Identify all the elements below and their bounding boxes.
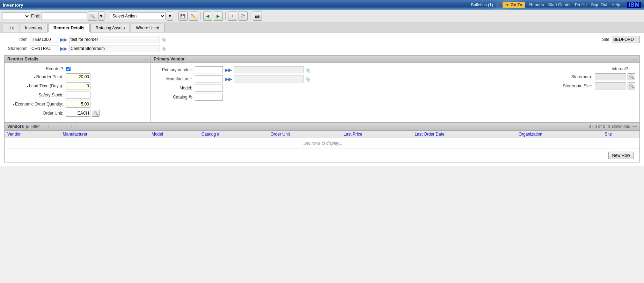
signout-link[interactable]: Sign Out xyxy=(591,2,607,7)
storeroom-arrow-btn[interactable]: ▶▶ xyxy=(59,46,68,51)
tab-rotating-assets-label: Rotating Assets xyxy=(96,26,125,30)
safety-stock-row: Safety Stock: xyxy=(9,92,146,99)
tab-reorder-details[interactable]: Reorder Details xyxy=(48,24,90,32)
help-link[interactable]: Help xyxy=(612,2,620,7)
item-arrow-btn[interactable]: ▶▶ xyxy=(59,37,68,42)
pv-vendor-arrow-btn[interactable]: ▶▶ xyxy=(224,67,233,73)
vendor-sep-2: | xyxy=(66,124,67,129)
toolbar: Find: 🔍 ▼ Select Action ▼ 💾 ✏️ ◀ ▶ ✦ ⟳ 📷 xyxy=(0,10,644,22)
forward-button[interactable]: ▶ xyxy=(214,12,223,21)
search-button[interactable]: 🔍 xyxy=(88,12,97,21)
pv-storeroom-site-input[interactable] xyxy=(595,82,626,89)
goto-link[interactable]: ▼ Go To xyxy=(503,2,525,8)
pv-manufacturer-clip-btn[interactable]: 📎 xyxy=(305,76,310,82)
col-last-price[interactable]: Last Price xyxy=(341,131,412,138)
primary-vendor-collapse-btn[interactable]: — xyxy=(632,57,637,61)
item-input[interactable] xyxy=(30,36,58,43)
tab-inventory[interactable]: Inventory xyxy=(20,24,47,32)
vendors-title: Vendors xyxy=(7,124,24,129)
storeroom-desc-input[interactable] xyxy=(69,45,160,52)
safety-stock-input[interactable] xyxy=(66,92,90,99)
tab-rotating-assets[interactable]: Rotating Assets xyxy=(90,24,130,32)
vendors-table: Vendor Manufacturer Model Catalog # Orde… xyxy=(5,131,639,149)
item-row: Item: ▶▶ 📎 Site: xyxy=(4,36,640,43)
pv-storeroom-site-search-btn[interactable]: 🔍 xyxy=(628,82,635,89)
pv-model-input[interactable] xyxy=(195,85,223,92)
pv-catalog-input[interactable] xyxy=(195,94,223,101)
ibm-logo: IBM xyxy=(627,2,641,8)
reorder-checkbox[interactable] xyxy=(66,67,71,71)
camera-button[interactable]: 📷 xyxy=(253,12,262,21)
pv-internal-checkbox[interactable] xyxy=(631,67,635,71)
forward-icon: ▶ xyxy=(217,14,220,19)
reorder-label: Reorder? xyxy=(9,66,65,71)
toolbar-separator-3 xyxy=(200,12,201,20)
tab-inventory-label: Inventory xyxy=(25,26,42,30)
tab-list[interactable]: List xyxy=(2,24,19,32)
profile-link[interactable]: Profile xyxy=(575,2,587,7)
col-manufacturer[interactable]: Manufacturer xyxy=(60,131,149,138)
filter-dropdown[interactable] xyxy=(2,12,30,20)
main-content: Item: ▶▶ 📎 Site: Storeroom: ▶▶ 📎 Reorder… xyxy=(0,32,644,166)
storeroom-input[interactable] xyxy=(30,45,58,52)
col-vendor[interactable]: Vendor xyxy=(5,131,60,138)
back-button[interactable]: ◀ xyxy=(203,12,212,21)
save-button[interactable]: 💾 xyxy=(178,12,188,21)
col-site[interactable]: Site xyxy=(602,131,639,138)
panels-row: Reorder Details — Reorder? Reorder Point… xyxy=(4,55,640,123)
camera-icon: 📷 xyxy=(255,14,260,19)
col-model[interactable]: Model xyxy=(149,131,199,138)
lead-time-row: Lead Time (Days): xyxy=(9,82,146,89)
vendors-collapse-btn[interactable]: — xyxy=(632,124,637,129)
item-desc-input[interactable] xyxy=(69,36,160,43)
pv-storeroom-search-btn[interactable]: 🔍 xyxy=(628,73,635,80)
search-icon-2: 🔍 xyxy=(93,111,98,116)
new-row-btn[interactable]: New Row xyxy=(608,152,634,159)
goto-triangle: ▼ xyxy=(505,2,510,7)
reports-link[interactable]: Reports xyxy=(529,2,544,7)
favorites-button[interactable]: ✦ xyxy=(228,12,237,21)
lead-time-label: Lead Time (Days): xyxy=(9,84,65,88)
select-action-dropdown[interactable]: Select Action xyxy=(110,12,166,20)
safety-stock-label: Safety Stock: xyxy=(9,93,65,97)
pv-vendor-input[interactable] xyxy=(195,66,223,73)
pv-manufacturer-row: Manufacturer: ▶▶ 📎 xyxy=(155,75,537,82)
pv-storeroom-input[interactable] xyxy=(595,73,626,80)
order-unit-input[interactable] xyxy=(66,110,90,117)
startcenter-link[interactable]: Start Center xyxy=(548,2,571,7)
dropdown-btn[interactable]: ▼ xyxy=(98,12,104,21)
col-organization[interactable]: Organization xyxy=(516,131,602,138)
star-icon: ✦ xyxy=(231,14,234,19)
pv-manufacturer-arrow-btn[interactable]: ▶▶ xyxy=(224,76,233,82)
edit-button[interactable]: ✏️ xyxy=(189,12,198,21)
bulletins-link[interactable]: Bulletins (1) xyxy=(471,2,493,7)
pv-manufacturer-desc-input[interactable] xyxy=(234,75,304,82)
find-input[interactable] xyxy=(42,12,87,20)
reorder-point-input[interactable] xyxy=(66,73,90,80)
storeroom-row: Storeroom: ▶▶ 📎 xyxy=(4,45,640,52)
vendor-icons-2: ⋮⋮ xyxy=(69,124,77,129)
pv-manufacturer-input[interactable] xyxy=(195,75,223,82)
site-input[interactable] xyxy=(612,36,640,43)
storeroom-clip-btn[interactable]: 📎 xyxy=(161,46,167,51)
select-action-arrow[interactable]: ▼ xyxy=(167,12,173,21)
vendors-filter-btn[interactable]: ▶ Filter xyxy=(26,124,40,129)
order-unit-search-btn[interactable]: 🔍 xyxy=(92,110,100,117)
pv-vendor-clip-btn[interactable]: 📎 xyxy=(305,67,310,73)
col-last-order-date[interactable]: Last Order Date xyxy=(412,131,515,138)
pv-vendor-row: Primary Vendor: ▶▶ 📎 xyxy=(155,66,537,73)
vendors-download-btn[interactable]: ⬇ Download xyxy=(607,124,630,129)
economic-order-input[interactable] xyxy=(66,101,90,108)
refresh-button[interactable]: ⟳ xyxy=(239,12,248,21)
col-catalog[interactable]: Catalog # xyxy=(199,131,268,138)
toolbar-separator-1 xyxy=(107,12,107,20)
col-order-unit[interactable]: Order Unit xyxy=(268,131,341,138)
pv-vendor-desc-input[interactable] xyxy=(234,66,304,73)
item-clip-btn[interactable]: 📎 xyxy=(161,37,167,42)
vendors-header: Vendors ▶ Filter | ⋮⋮ ⋮⋮ | ⋮⋮ 0 - 0 of 0… xyxy=(5,123,639,131)
nav-separator: | xyxy=(497,2,498,7)
lead-time-input[interactable] xyxy=(66,82,90,89)
pv-right-col: Internal? Storeroom: 🔍 xyxy=(537,66,635,103)
reorder-details-collapse-btn[interactable]: — xyxy=(144,57,148,61)
tab-where-used[interactable]: Where Used xyxy=(131,24,164,32)
